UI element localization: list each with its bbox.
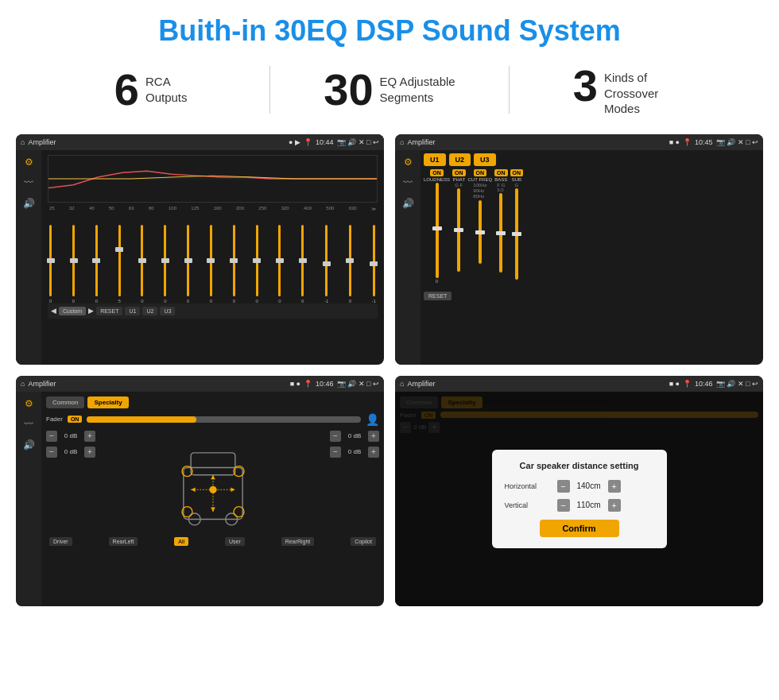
eq-icon-3[interactable]: ⚙ (25, 398, 33, 409)
eq-sliders: 0 0 0 5 0 (48, 216, 378, 304)
fader-row: Fader ON 👤 (46, 413, 379, 426)
eq-u2-btn[interactable]: U2 (142, 307, 157, 315)
next-icon[interactable]: ▶ (88, 307, 94, 315)
right-vol-col: − 0 dB + − 0 dB + (330, 431, 379, 534)
screen2-time: 10:45 (695, 138, 713, 146)
dot-icon-4: ■ ● (669, 380, 680, 388)
screen3-icons: 📷 🔊 ✕ □ ↩ (337, 380, 379, 388)
bass-thumb[interactable] (496, 231, 506, 235)
vol-minus-1[interactable]: − (46, 431, 57, 442)
stat-divider-1 (269, 66, 270, 114)
rearright-btn[interactable]: RearRight (281, 537, 315, 546)
screen1-icons: 📷 🔊 ✕ □ ↩ (337, 138, 379, 146)
cutfreq-on: ON (474, 169, 487, 176)
tab-specialty[interactable]: Specialty (87, 396, 128, 408)
phat-label: PHAT (452, 177, 465, 182)
location-icon-2: 📍 (683, 138, 692, 146)
vol-plus-3[interactable]: + (368, 431, 379, 442)
user-btn[interactable]: User (225, 537, 245, 546)
eq-preset-custom[interactable]: Custom (59, 307, 86, 315)
loudness-val: 0 (436, 279, 438, 284)
screen2-title: Amplifier (407, 138, 665, 146)
slider-col-5: 0 (141, 225, 143, 304)
screen4-time: 10:46 (695, 380, 713, 388)
slider-col-11: 0 (278, 225, 281, 304)
status-bar-3: ⌂ Amplifier ■ ● 📍 10:46 📷 🔊 ✕ □ ↩ (16, 376, 384, 392)
rearleft-btn[interactable]: RearLeft (109, 537, 138, 546)
eq-bottom-bar: ◀ Custom ▶ RESET U1 U2 U3 (48, 304, 378, 319)
car-diagram (100, 431, 325, 534)
eq-reset-btn[interactable]: RESET (96, 307, 122, 315)
speaker-icon[interactable]: 🔊 (23, 198, 35, 209)
driver-btn[interactable]: Driver (49, 537, 72, 546)
vertical-minus-btn[interactable]: − (557, 499, 570, 512)
slider-col-2: 0 (72, 225, 75, 304)
svg-rect-2 (191, 452, 235, 474)
crossover-reset-btn[interactable]: RESET (424, 292, 452, 300)
dot-icon-3: ■ ● (290, 380, 300, 388)
screen1-time: 10:44 (316, 138, 334, 146)
page-title: Buith-in 30EQ DSP Sound System (0, 0, 779, 56)
vol-plus-4[interactable]: + (368, 447, 379, 458)
phat-thumb[interactable] (454, 228, 463, 232)
screen-dialog: ⌂ Amplifier ■ ● 📍 10:46 📷 🔊 ✕ □ ↩ Common… (395, 376, 763, 606)
prev-icon[interactable]: ◀ (51, 307, 56, 315)
slider-col-12: 0 (301, 225, 304, 304)
screens-grid: ⌂ Amplifier ● ▶ 📍 10:44 📷 🔊 ✕ □ ↩ ⚙ 〰 🔊 (0, 128, 779, 614)
all-btn[interactable]: All (174, 537, 188, 546)
slider-col-10: 0 (255, 225, 258, 304)
vol-minus-3[interactable]: − (330, 431, 341, 442)
phat-sublabel: G F (455, 183, 463, 188)
svg-marker-15 (231, 487, 235, 492)
loudness-thumb[interactable] (432, 226, 442, 230)
u2-btn[interactable]: U2 (449, 153, 471, 166)
loudness-track (436, 183, 439, 278)
wave-icon[interactable]: 〰 (24, 177, 33, 188)
eq-icon-2[interactable]: ⚙ (404, 157, 413, 168)
slider-col-3: 0 (95, 225, 98, 304)
dialog-horizontal-label: Horizontal (505, 482, 552, 490)
screen-crossover: ⌂ Amplifier ■ ● 📍 10:45 📷 🔊 ✕ □ ↩ ⚙ 〰 🔊 … (395, 134, 763, 365)
svg-marker-12 (211, 474, 215, 479)
u1-btn[interactable]: U1 (424, 153, 446, 166)
vol-minus-4[interactable]: − (330, 447, 341, 458)
vertical-plus-btn[interactable]: + (608, 499, 621, 512)
ch-sub: ON SUB G (510, 169, 524, 280)
tab-common[interactable]: Common (46, 396, 84, 408)
stat-rca-number: 6 (114, 68, 139, 112)
speaker-icon-2[interactable]: 🔊 (402, 198, 414, 209)
vol-plus-1[interactable]: + (84, 431, 95, 442)
person-icon: 👤 (366, 413, 379, 426)
stat-eq-number: 30 (324, 68, 373, 112)
dialog-horizontal-row: Horizontal − 140cm + (505, 480, 654, 493)
u3-btn[interactable]: U3 (474, 153, 496, 166)
wave-icon-3[interactable]: 〰 (24, 419, 33, 430)
sidebar-3: ⚙ 〰 🔊 (16, 392, 41, 606)
bass-sublabel: F G3.0 (497, 183, 505, 192)
confirm-button[interactable]: Confirm (540, 520, 619, 537)
speaker-icon-3[interactable]: 🔊 (23, 439, 35, 451)
vol-plus-2[interactable]: + (84, 447, 95, 458)
svg-marker-14 (191, 487, 196, 492)
stat-crossover-label: Kinds ofCrossover Modes (604, 64, 684, 117)
eq-u3-btn[interactable]: U3 (160, 307, 175, 315)
fader-on-btn[interactable]: ON (68, 416, 83, 423)
wave-icon-2[interactable]: 〰 (403, 177, 413, 188)
vol-val-2: 0 dB (60, 448, 82, 455)
eq-freq-labels: 2532405063 80100125160200 25032040050063… (48, 206, 378, 211)
screen4-icons: 📷 🔊 ✕ □ ↩ (716, 380, 758, 388)
copilot-btn[interactable]: Copilot (351, 537, 376, 546)
home-icon-2: ⌂ (400, 138, 404, 146)
eq-u1-btn[interactable]: U1 (125, 307, 140, 315)
cutfreq-thumb[interactable] (475, 230, 485, 234)
location-icon-4: 📍 (683, 380, 692, 388)
horizontal-minus-btn[interactable]: − (557, 480, 570, 493)
status-bar-2: ⌂ Amplifier ■ ● 📍 10:45 📷 🔊 ✕ □ ↩ (395, 134, 763, 150)
sub-thumb[interactable] (512, 232, 521, 236)
horizontal-plus-btn[interactable]: + (608, 480, 621, 493)
vol-row-1: − 0 dB + (46, 431, 95, 442)
left-vol-col: − 0 dB + − 0 dB + (46, 431, 95, 534)
dialog-vertical-label: Vertical (505, 501, 552, 509)
vol-minus-2[interactable]: − (46, 447, 57, 458)
eq-icon[interactable]: ⚙ (25, 157, 33, 168)
